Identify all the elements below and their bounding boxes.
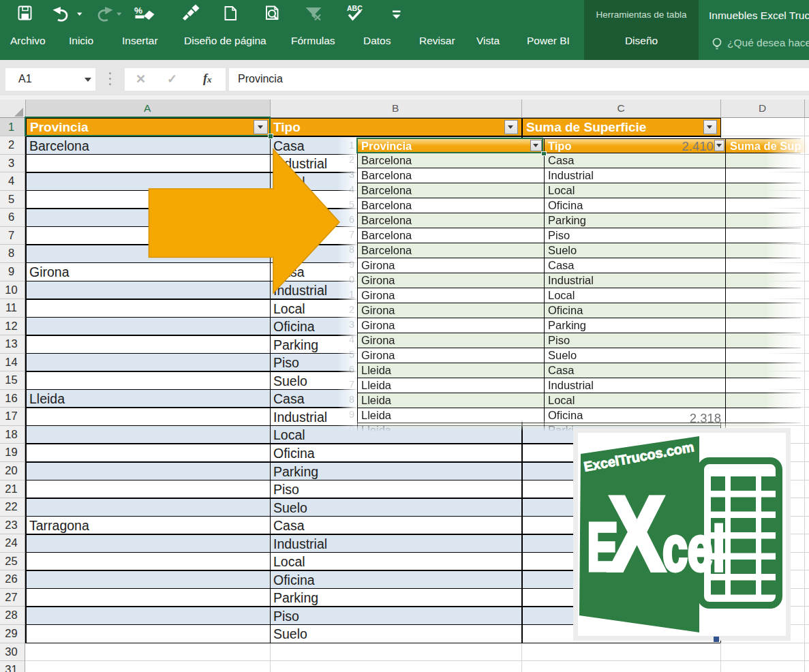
svg-text:%: % — [134, 5, 142, 16]
svg-text:X: X — [609, 475, 665, 593]
svg-text:cel: cel — [662, 514, 725, 583]
